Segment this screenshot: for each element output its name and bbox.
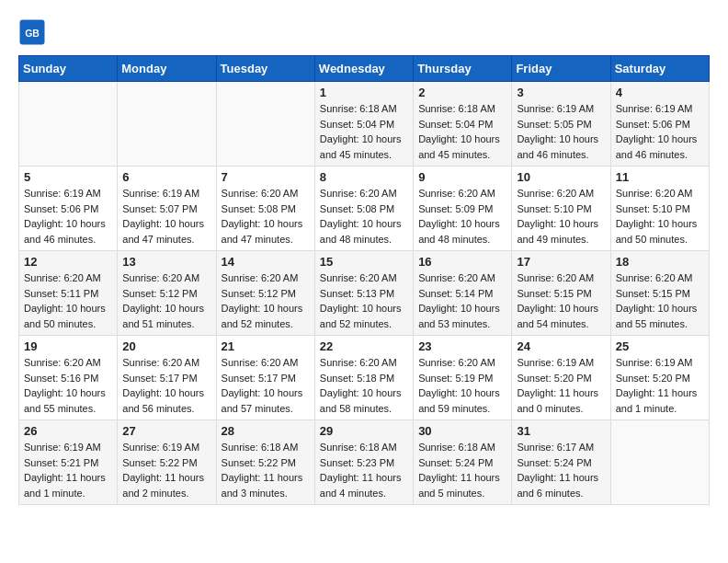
day-info-line: Sunrise: 6:18 AM xyxy=(222,442,299,453)
calendar-table: SundayMondayTuesdayWednesdayThursdayFrid… xyxy=(18,55,710,505)
day-info-line: Sunset: 5:23 PM xyxy=(320,457,394,468)
weekday-header-sunday: Sunday xyxy=(19,56,118,82)
day-info: Sunrise: 6:20 AMSunset: 5:12 PMDaylight:… xyxy=(122,270,210,331)
day-info-line: and 52 minutes. xyxy=(320,318,392,329)
day-info-line: and 0 minutes. xyxy=(517,403,583,414)
day-info-line: Sunset: 5:22 PM xyxy=(222,457,296,468)
day-info-line: Sunset: 5:06 PM xyxy=(616,119,690,130)
day-number: 26 xyxy=(24,424,112,438)
calendar-cell: 18Sunrise: 6:20 AMSunset: 5:15 PMDayligh… xyxy=(610,251,709,336)
day-info-line: Sunset: 5:14 PM xyxy=(418,288,493,299)
day-info-line: Sunset: 5:22 PM xyxy=(122,457,197,468)
day-info-line: Sunrise: 6:19 AM xyxy=(517,103,594,114)
calendar-cell: 8Sunrise: 6:20 AMSunset: 5:08 PMDaylight… xyxy=(314,167,413,251)
day-info-line: and 52 minutes. xyxy=(222,318,293,329)
day-info-line: Daylight: 10 hours xyxy=(222,303,303,314)
calendar-cell: 7Sunrise: 6:20 AMSunset: 5:08 PMDaylight… xyxy=(216,167,314,251)
day-number: 18 xyxy=(616,255,704,269)
day-info-line: Sunrise: 6:20 AM xyxy=(24,272,101,283)
calendar-cell: 29Sunrise: 6:18 AMSunset: 5:23 PMDayligh… xyxy=(314,420,413,505)
calendar-cell: 20Sunrise: 6:20 AMSunset: 5:17 PMDayligh… xyxy=(118,336,216,420)
calendar-cell: 13Sunrise: 6:20 AMSunset: 5:12 PMDayligh… xyxy=(118,251,216,336)
day-number: 1 xyxy=(320,86,408,99)
day-info-line: Sunrise: 6:20 AM xyxy=(24,357,101,368)
day-info: Sunrise: 6:20 AMSunset: 5:11 PMDaylight:… xyxy=(24,270,112,331)
day-info-line: Sunrise: 6:20 AM xyxy=(616,188,693,199)
day-info-line: and 46 minutes. xyxy=(24,234,96,245)
day-info-line: Daylight: 11 hours xyxy=(122,472,204,483)
day-info-line: and 47 minutes. xyxy=(222,234,293,245)
day-info-line: Sunset: 5:20 PM xyxy=(517,373,591,384)
day-info-line: Daylight: 10 hours xyxy=(320,133,402,144)
calendar-cell: 3Sunrise: 6:19 AMSunset: 5:05 PMDaylight… xyxy=(512,82,610,167)
day-info-line: Sunset: 5:17 PM xyxy=(222,373,296,384)
day-info-line: Sunrise: 6:20 AM xyxy=(320,188,397,199)
calendar-cell: 9Sunrise: 6:20 AMSunset: 5:09 PMDaylight… xyxy=(414,167,512,251)
calendar-cell: 22Sunrise: 6:20 AMSunset: 5:18 PMDayligh… xyxy=(314,336,413,420)
day-info-line: Sunrise: 6:19 AM xyxy=(616,357,693,368)
week-row-3: 12Sunrise: 6:20 AMSunset: 5:11 PMDayligh… xyxy=(19,251,710,336)
day-info-line: Daylight: 10 hours xyxy=(616,133,698,144)
calendar-cell: 16Sunrise: 6:20 AMSunset: 5:14 PMDayligh… xyxy=(414,251,512,336)
day-number: 12 xyxy=(24,255,112,269)
day-info-line: and 5 minutes. xyxy=(418,488,484,499)
logo-icon: GB xyxy=(18,18,46,46)
day-info-line: Sunset: 5:12 PM xyxy=(222,288,296,299)
day-number: 29 xyxy=(320,424,408,438)
day-info-line: Sunrise: 6:19 AM xyxy=(24,188,101,199)
day-info: Sunrise: 6:19 AMSunset: 5:20 PMDaylight:… xyxy=(616,355,704,416)
day-info-line: Sunrise: 6:20 AM xyxy=(122,357,199,368)
day-number: 11 xyxy=(616,170,704,184)
calendar-cell: 17Sunrise: 6:20 AMSunset: 5:15 PMDayligh… xyxy=(512,251,610,336)
day-info: Sunrise: 6:20 AMSunset: 5:18 PMDaylight:… xyxy=(320,355,408,416)
week-row-2: 5Sunrise: 6:19 AMSunset: 5:06 PMDaylight… xyxy=(19,167,710,251)
day-info: Sunrise: 6:20 AMSunset: 5:13 PMDaylight:… xyxy=(320,270,408,331)
day-info-line: and 54 minutes. xyxy=(517,318,588,329)
calendar-cell: 19Sunrise: 6:20 AMSunset: 5:16 PMDayligh… xyxy=(19,336,118,420)
weekday-header-monday: Monday xyxy=(118,56,216,82)
calendar-cell: 6Sunrise: 6:19 AMSunset: 5:07 PMDaylight… xyxy=(118,167,216,251)
day-info-line: Sunset: 5:13 PM xyxy=(320,288,394,299)
calendar-cell: 23Sunrise: 6:20 AMSunset: 5:19 PMDayligh… xyxy=(414,336,512,420)
day-info: Sunrise: 6:20 AMSunset: 5:16 PMDaylight:… xyxy=(24,355,112,416)
day-info-line: and 55 minutes. xyxy=(24,403,96,414)
day-number: 17 xyxy=(517,255,605,269)
calendar-cell: 15Sunrise: 6:20 AMSunset: 5:13 PMDayligh… xyxy=(314,251,413,336)
day-info: Sunrise: 6:20 AMSunset: 5:09 PMDaylight:… xyxy=(418,186,506,247)
day-info-line: Sunrise: 6:20 AM xyxy=(222,272,299,283)
day-number: 21 xyxy=(222,339,310,353)
day-info-line: Daylight: 11 hours xyxy=(616,387,698,398)
calendar-cell: 1Sunrise: 6:18 AMSunset: 5:04 PMDaylight… xyxy=(314,82,413,167)
day-info-line: and 57 minutes. xyxy=(222,403,293,414)
day-info-line: and 46 minutes. xyxy=(616,149,688,160)
calendar-cell: 28Sunrise: 6:18 AMSunset: 5:22 PMDayligh… xyxy=(216,420,314,505)
calendar-cell: 12Sunrise: 6:20 AMSunset: 5:11 PMDayligh… xyxy=(19,251,118,336)
calendar-cell xyxy=(216,82,314,167)
day-info-line: Daylight: 10 hours xyxy=(24,303,106,314)
weekday-header-row: SundayMondayTuesdayWednesdayThursdayFrid… xyxy=(19,56,710,82)
day-info-line: Sunrise: 6:20 AM xyxy=(418,188,495,199)
day-info: Sunrise: 6:20 AMSunset: 5:15 PMDaylight:… xyxy=(517,270,605,331)
day-info-line: Daylight: 10 hours xyxy=(418,303,500,314)
day-info: Sunrise: 6:20 AMSunset: 5:12 PMDaylight:… xyxy=(222,270,310,331)
day-info-line: Sunset: 5:24 PM xyxy=(517,457,591,468)
day-info-line: Daylight: 11 hours xyxy=(517,387,598,398)
day-info-line: Daylight: 11 hours xyxy=(222,472,303,483)
day-info-line: Sunset: 5:24 PM xyxy=(418,457,493,468)
calendar-cell: 25Sunrise: 6:19 AMSunset: 5:20 PMDayligh… xyxy=(610,336,709,420)
day-number: 31 xyxy=(517,424,605,438)
day-info: Sunrise: 6:19 AMSunset: 5:07 PMDaylight:… xyxy=(122,186,210,247)
day-info-line: and 45 minutes. xyxy=(320,149,392,160)
weekday-header-friday: Friday xyxy=(512,56,610,82)
week-row-5: 26Sunrise: 6:19 AMSunset: 5:21 PMDayligh… xyxy=(19,420,710,505)
page-header: GB xyxy=(18,18,710,46)
day-info-line: Sunset: 5:15 PM xyxy=(616,288,690,299)
day-info-line: Daylight: 10 hours xyxy=(517,303,598,314)
day-info-line: and 6 minutes. xyxy=(517,488,583,499)
day-info-line: and 55 minutes. xyxy=(616,318,688,329)
day-info-line: Sunrise: 6:20 AM xyxy=(418,357,495,368)
day-info-line: Daylight: 10 hours xyxy=(122,387,204,398)
calendar-cell: 21Sunrise: 6:20 AMSunset: 5:17 PMDayligh… xyxy=(216,336,314,420)
day-info-line: and 4 minutes. xyxy=(320,488,386,499)
day-number: 10 xyxy=(517,170,605,184)
